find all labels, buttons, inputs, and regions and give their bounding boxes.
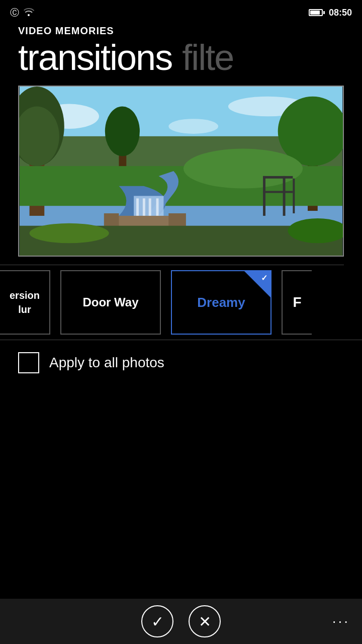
preview-landscape-svg: [19, 87, 343, 256]
svg-rect-19: [156, 198, 159, 216]
confirm-button[interactable]: ✓: [141, 605, 173, 637]
cancel-button[interactable]: ✕: [189, 605, 221, 637]
selected-check-icon: ✓: [261, 273, 267, 283]
tabs-header: transitions filte: [0, 39, 362, 75]
tab-filters[interactable]: filte: [182, 39, 233, 75]
status-left-icons: Ⓒ: [10, 7, 34, 19]
cancel-icon: ✕: [199, 613, 211, 630]
apply-all-label: Apply to all photos: [49, 355, 164, 371]
more-options-button[interactable]: ···: [332, 613, 350, 629]
svg-point-12: [105, 107, 140, 156]
apply-all-checkbox[interactable]: [18, 352, 39, 373]
app-logo-icon: Ⓒ: [10, 7, 19, 19]
bottom-bar: ✓ ✕ ···: [0, 599, 362, 644]
status-bar: Ⓒ 08:50: [0, 0, 362, 25]
filter-item-immersion[interactable]: ersionlur: [0, 270, 50, 335]
filter-item-dreamy[interactable]: Dreamy ✓: [171, 270, 272, 335]
filter-options-row[interactable]: ersionlur Door Way Dreamy ✓ F: [0, 265, 362, 340]
filter-label-next: F: [293, 294, 301, 310]
svg-rect-24: [263, 176, 293, 179]
svg-rect-17: [143, 198, 145, 216]
svg-rect-23: [263, 176, 265, 216]
status-right: 08:50: [309, 8, 352, 18]
time-display: 08:50: [329, 8, 352, 18]
svg-rect-25: [263, 191, 293, 193]
tab-transitions[interactable]: transitions: [18, 39, 172, 75]
apply-all-row[interactable]: Apply to all photos: [0, 340, 362, 385]
filter-label-dreamy: Dreamy: [197, 295, 245, 310]
svg-rect-16: [136, 198, 139, 216]
wifi-icon: [23, 7, 34, 19]
filter-item-doorway[interactable]: Door Way: [60, 270, 161, 335]
app-title: VIDEO MEMORIES: [0, 25, 362, 37]
filter-label-immersion: ersionlur: [10, 290, 40, 315]
battery-icon: [309, 9, 325, 16]
more-dots-icon: ···: [332, 613, 350, 629]
svg-point-4: [168, 119, 218, 134]
preview-image-area: [18, 86, 344, 257]
filter-item-next[interactable]: F: [282, 270, 312, 335]
svg-rect-26: [283, 176, 286, 216]
svg-rect-18: [149, 198, 151, 216]
confirm-icon: ✓: [151, 613, 164, 630]
filter-label-doorway: Door Way: [82, 295, 138, 309]
svg-rect-27: [293, 179, 295, 213]
svg-point-29: [30, 223, 109, 244]
